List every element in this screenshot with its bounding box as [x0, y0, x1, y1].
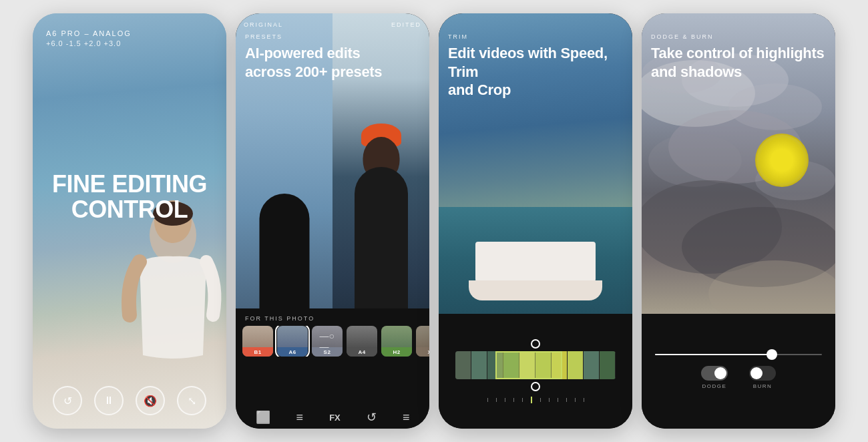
preset-a6-label: A6 [277, 348, 308, 357]
screen1-top-info: A6 PRO – ANALOG +6.0 -1.5 +2.0 +3.0 [46, 29, 213, 47]
dodge-toggle[interactable]: DODGE [701, 366, 728, 389]
preset-h2[interactable]: H2 [381, 326, 412, 357]
burn-knob [750, 367, 763, 379]
original-label: ORIGINAL [244, 21, 283, 28]
dodge-knob [714, 367, 726, 379]
screen2-toolbar[interactable]: ⬜ ≡ FX ↺ ≡ [236, 402, 429, 429]
boat-hull [469, 280, 602, 300]
preset-x3[interactable]: X3 [416, 326, 429, 357]
boat-deck [475, 242, 596, 282]
dodge-label: DODGE [702, 383, 727, 389]
preset-a6[interactable]: A6 [277, 326, 308, 357]
burn-switch[interactable] [749, 366, 776, 381]
pause-button[interactable]: ⏸ [94, 386, 124, 415]
for-photo-label: FOR THIS PHOTO [236, 308, 429, 326]
dodge-burn-title: Take control of highlights and shadows [651, 44, 824, 81]
screen-fine-editing: A6 PRO – ANALOG +6.0 -1.5 +2.0 +3.0 FINE… [33, 13, 226, 429]
preset-a4[interactable]: A4 [347, 326, 377, 357]
menu-icon[interactable]: ≡ [403, 411, 410, 425]
history-icon[interactable]: ↺ [367, 410, 377, 425]
dodge-burn-section-label: DODGE & BURN [651, 33, 824, 40]
presets-section-label: PRESETS [245, 33, 382, 40]
tick-accent [531, 397, 532, 403]
screen1-main-title: FINE EDITING CONTROL [46, 172, 213, 222]
screen-presets: ORIGINAL EDITED PRESETS AI-powered edits [236, 13, 429, 429]
mute-button[interactable]: 🔇 [136, 386, 165, 415]
trim-filmstrip[interactable] [455, 351, 616, 379]
screen4-text: DODGE & BURN Take control of highlights … [651, 33, 824, 81]
slider-fill [655, 354, 772, 355]
preset-b1[interactable]: B1 [242, 326, 273, 357]
edited-label: EDITED [391, 21, 421, 28]
sliders-icon[interactable]: ≡ [296, 411, 304, 425]
slider-track[interactable] [655, 354, 822, 355]
preset-s2[interactable]: S2 —○— [312, 326, 343, 357]
screen-dodge-burn: DODGE & BURN Take control of highlights … [642, 13, 835, 429]
trim-section-label: TRIM [448, 33, 632, 40]
dodge-burn-slider[interactable] [655, 354, 822, 355]
crop-button[interactable]: ⤡ [177, 386, 206, 415]
crop-icon[interactable]: ⬜ [256, 410, 270, 425]
screen1-content: A6 PRO – ANALOG +6.0 -1.5 +2.0 +3.0 FINE… [33, 13, 226, 429]
trim-ticks [487, 397, 584, 403]
trim-timeline [449, 339, 622, 391]
tick [558, 398, 558, 402]
preset-a4-label: A4 [347, 348, 377, 357]
screen-trim: TRIM Edit videos with Speed, Trim and Cr… [439, 13, 632, 429]
tick [513, 398, 514, 402]
tick [575, 398, 576, 402]
tick [522, 398, 523, 402]
trim-handle-bottom [449, 382, 622, 391]
tick [584, 398, 584, 402]
trim-selection [495, 351, 562, 379]
tick [505, 398, 505, 402]
trim-handle-bottom-circle[interactable] [531, 382, 540, 391]
screen1-controls[interactable]: ↺ ⏸ 🔇 ⤡ [46, 386, 213, 415]
reset-button[interactable]: ↺ [53, 386, 82, 415]
svg-point-9 [648, 134, 742, 187]
preset-s2-icon: —○— [320, 330, 335, 352]
screen1-adjustments: +6.0 -1.5 +2.0 +3.0 [46, 39, 213, 47]
screen2-text: PRESETS AI-powered edits across 200+ pre… [245, 33, 382, 81]
screen2-bottom-panel: FOR THIS PHOTO B1 A6 S2 —○— A4 [236, 308, 429, 429]
trim-handle-row [449, 339, 622, 349]
trim-title: Edit videos with Speed, Trim and Crop [448, 44, 632, 99]
preset-b1-label: B1 [242, 348, 273, 357]
trim-area [439, 339, 632, 403]
burn-label: BURN [753, 383, 773, 389]
fx-icon[interactable]: FX [329, 413, 341, 423]
trim-handle-circle[interactable] [531, 339, 540, 349]
preset-x3-label: X3 [416, 348, 429, 357]
app-screenshots: A6 PRO – ANALOG +6.0 -1.5 +2.0 +3.0 FINE… [19, 0, 849, 442]
tick [496, 398, 497, 402]
boat-scene [462, 220, 609, 300]
dodge-switch[interactable] [701, 366, 728, 381]
slider-thumb[interactable] [767, 349, 777, 360]
presets-title: AI-powered edits across 200+ presets [245, 44, 382, 81]
presets-row[interactable]: B1 A6 S2 —○— A4 H2 [236, 326, 429, 357]
tick [566, 398, 567, 402]
burn-toggle[interactable]: BURN [749, 366, 776, 389]
tick [549, 398, 550, 402]
screen4-controls: DODGE BURN [642, 314, 835, 429]
tick [540, 398, 541, 402]
preset-h2-label: H2 [381, 348, 412, 357]
screen3-text: TRIM Edit videos with Speed, Trim and Cr… [448, 33, 632, 99]
screen3-trim-controls [439, 314, 632, 429]
dodge-circle-indicator[interactable] [755, 134, 809, 187]
screen1-filter-info: A6 PRO – ANALOG [46, 29, 213, 37]
tick [487, 398, 488, 402]
dodge-burn-toggles[interactable]: DODGE BURN [701, 366, 776, 389]
